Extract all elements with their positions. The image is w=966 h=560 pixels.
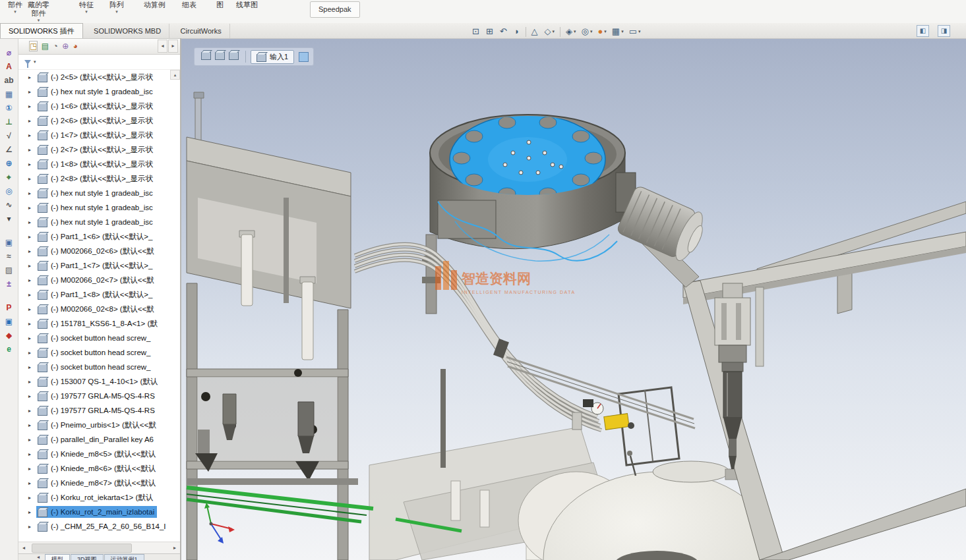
import-feature-tab[interactable]: 输入1: [251, 50, 294, 64]
more-annotations-icon[interactable]: ▾: [2, 212, 16, 226]
tree-item[interactable]: ▸ (-) Kniede_m8<5> (默认<<默认: [18, 447, 170, 461]
expand-arrow-icon[interactable]: ▸: [28, 132, 36, 138]
document-tab[interactable]: 运动算例1: [104, 554, 144, 560]
expand-arrow-icon[interactable]: ▸: [28, 176, 36, 182]
datum-feature-icon[interactable]: ⊥: [2, 115, 16, 129]
tree-item-body[interactable]: (-) _CHM_25_FA_2_60_56_B14_I: [36, 520, 169, 532]
tree-item[interactable]: ▸ (-) Part1_1<7> (默认<<默认>_: [18, 258, 170, 273]
tree-item-body[interactable]: (-) 1<7> (默认<<默认>_显示状: [36, 129, 156, 141]
blocks-icon[interactable]: ▣: [2, 236, 16, 250]
tree-item[interactable]: ▸ (-) 2<8> (默认<<默认>_显示状: [18, 171, 170, 186]
scroll-tabs-right-icon[interactable]: ▸: [168, 40, 178, 53]
view-orientation-icon[interactable]: ◇ ▾: [542, 26, 558, 38]
tree-item-body[interactable]: (-) M002066_02<6> (默认<<默: [36, 245, 157, 257]
tree-item[interactable]: ▸ (-) 1<8> (默认<<默认>_显示状: [18, 157, 170, 171]
ribbon-features-button[interactable]: 特征 ▾: [79, 1, 94, 14]
ribbon-speedpak-button[interactable]: Speedpak: [310, 1, 360, 18]
ribbon-bom-button[interactable]: 细表: [182, 1, 196, 9]
expand-arrow-icon[interactable]: ▸: [28, 74, 36, 80]
tree-item[interactable]: ▸ (-) M002066_02<8> (默认<<默: [18, 302, 170, 316]
dimxpert-icon[interactable]: ±: [2, 277, 16, 291]
3d-view-capture-icon[interactable]: ▣: [2, 315, 16, 329]
tree-item-body[interactable]: (-) 2<7> (默认<<默认>_显示状: [36, 144, 156, 155]
tree-item[interactable]: ▸ (-) Kniede_m8<7> (默认<<默认: [18, 476, 170, 490]
expand-arrow-icon[interactable]: ▸: [28, 234, 36, 240]
expand-arrow-icon[interactable]: ▸: [28, 161, 36, 167]
tree-item-body[interactable]: (-) 2<8> (默认<<默认>_显示状: [36, 173, 156, 184]
scroll-left-icon[interactable]: ◂: [18, 545, 29, 551]
expand-arrow-icon[interactable]: ▸: [28, 292, 36, 298]
tree-item-body[interactable]: (-) parallel_din_Parallel key A6: [36, 434, 156, 445]
ribbon-sketch-button[interactable]: 线草图: [236, 1, 258, 9]
tree-item[interactable]: ▸ (-) Kniede_m8<6> (默认<<默认: [18, 461, 170, 476]
dimxpertmanager-tab[interactable]: ⊕: [61, 41, 69, 51]
tree-item[interactable]: ▸ (-) M002066_02<6> (默认<<默: [18, 244, 170, 258]
tree-item-body[interactable]: (-) Kniede_m8<5> (默认<<默认: [36, 448, 158, 460]
tree-item-body[interactable]: (-) Kniede_m8<6> (默认<<默认: [36, 462, 158, 474]
previous-view-icon[interactable]: ↶: [497, 26, 511, 38]
scroll-right-icon[interactable]: ▸: [169, 545, 180, 551]
magnetic-line-icon[interactable]: ∿: [2, 198, 16, 212]
tree-item-body[interactable]: (-) 2<6> (默认<<默认>_显示状: [36, 115, 156, 126]
filter-icon[interactable]: [24, 60, 31, 65]
revision-cloud-icon[interactable]: ≈: [2, 250, 16, 264]
expand-arrow-icon[interactable]: ▸: [28, 364, 36, 370]
tree-item-body[interactable]: (-) Part1_1<8> (默认<<默认>_: [36, 289, 155, 300]
section-view-icon[interactable]: ◑: [511, 26, 523, 38]
expand-arrow-icon[interactable]: ▸: [28, 118, 36, 124]
tree-item[interactable]: ▸ (-) Korku_rot_2_main_izlabotai: [18, 505, 170, 519]
ribbon-pattern-button[interactable]: 阵列 ▾: [109, 1, 124, 14]
expand-arrow-icon[interactable]: ▸: [28, 509, 36, 515]
origin-import-icon[interactable]: [201, 52, 211, 60]
surface-bodies-icon[interactable]: [229, 52, 239, 60]
expand-arrow-icon[interactable]: ▸: [28, 437, 36, 443]
tree-item[interactable]: ▸ (-) Part1_1<8> (默认<<默认>_: [18, 287, 170, 302]
expand-arrow-icon[interactable]: ▸: [28, 422, 36, 428]
tree-item-body[interactable]: (-) socket button head screw_: [36, 361, 154, 373]
location-label-icon[interactable]: ◎: [2, 184, 16, 198]
ribbon-components-button[interactable]: 部件 ▾: [8, 1, 22, 14]
tree-item[interactable]: ▸ (-) 2<7> (默认<<默认>_显示状: [18, 142, 170, 157]
expand-arrow-icon[interactable]: ▸: [28, 190, 36, 196]
area-hatch-icon[interactable]: ▨: [2, 264, 16, 277]
tree-item[interactable]: ▸ (-) 197577 GRLA-M5-QS-4-RS: [18, 403, 170, 418]
geometric-tolerance-icon[interactable]: ⊕: [2, 157, 16, 171]
doc-tabs-prev-icon[interactable]: ◂: [37, 554, 45, 560]
tree-horizontal-scrollbar[interactable]: ◂ ▸: [18, 542, 180, 553]
body-color-icon[interactable]: [299, 52, 309, 62]
viewport-3d-scene[interactable]: 智造资料网 INTELLIGENT MANUFACTURING DATA: [181, 38, 966, 560]
tree-item-body[interactable]: (-) M002066_02<8> (默认<<默: [36, 303, 157, 315]
tree-item[interactable]: ▸ (-) Korku_rot_iekarta<1> (默认: [18, 490, 170, 505]
tree-item[interactable]: ▸ (-) M002066_02<7> (默认<<默: [18, 273, 170, 287]
tree-item-body[interactable]: (-) hex nut style 1 gradeab_isc: [36, 216, 156, 228]
ribbon-motion-study-button[interactable]: 动算例: [144, 1, 166, 9]
document-tab[interactable]: 3D视图: [71, 554, 104, 560]
tree-item-body[interactable]: (-) hex nut style 1 gradeab_isc: [36, 86, 156, 98]
tree-item[interactable]: ▸ (-) 153007 QS-1_4-10<1> (默认: [18, 374, 170, 389]
tree-item[interactable]: ▸ (-) socket button head screw_: [18, 360, 170, 374]
expand-arrow-icon[interactable]: ▸: [28, 466, 36, 472]
surface-finish-icon[interactable]: √: [2, 129, 16, 143]
display-style-icon[interactable]: ◈ ▾: [563, 26, 579, 38]
tree-item-body[interactable]: (-) Korku_rot_2_main_izlabotai: [36, 506, 157, 518]
tree-item[interactable]: ▸ (-) socket button head screw_: [18, 345, 170, 360]
tree-item[interactable]: ▸ (-) 151781_KSS6-1_8-A<1> (默: [18, 316, 170, 331]
tree-item[interactable]: ▸ (-) 1<7> (默认<<默认>_显示状: [18, 128, 170, 142]
expand-arrow-icon[interactable]: ▸: [28, 480, 36, 486]
tree-item-body[interactable]: (-) Part1_1<6> (默认<<默认>_: [36, 231, 155, 242]
expand-arrow-icon[interactable]: ▸: [28, 321, 36, 327]
tree-item-body[interactable]: (-) 2<5> (默认<<默认>_显示状: [36, 71, 156, 83]
configurationmanager-tab[interactable]: ◔: [53, 41, 59, 51]
tree-item[interactable]: ▸ (-) 1<6> (默认<<默认>_显示状: [18, 99, 170, 113]
scrollbar-thumb[interactable]: [32, 544, 132, 553]
weld-symbol-icon[interactable]: ∠: [2, 143, 16, 157]
tree-item-body[interactable]: (-) hex nut style 1 gradeab_isc: [36, 202, 156, 213]
expand-arrow-icon[interactable]: ▸: [28, 379, 36, 385]
note-icon[interactable]: A: [2, 60, 16, 74]
expand-arrow-icon[interactable]: ▸: [28, 495, 36, 501]
expand-arrow-icon[interactable]: ▸: [28, 335, 36, 341]
tree-item[interactable]: ▸ (-) 197577 GRLA-M5-QS-4-RS: [18, 389, 170, 403]
collapse-left-pane-icon[interactable]: ◧: [917, 25, 929, 37]
expand-arrow-icon[interactable]: ▸: [28, 306, 36, 312]
expand-arrow-icon[interactable]: ▸: [28, 89, 36, 95]
